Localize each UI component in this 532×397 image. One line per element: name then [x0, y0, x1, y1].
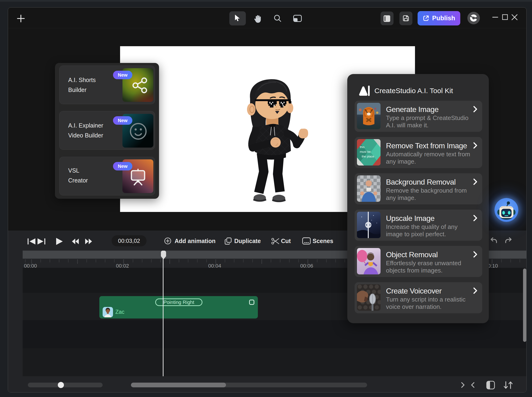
svg-text:must be: must be [360, 150, 371, 154]
svg-text:the place: the place [362, 155, 374, 158]
svg-text:this: this [360, 145, 365, 149]
